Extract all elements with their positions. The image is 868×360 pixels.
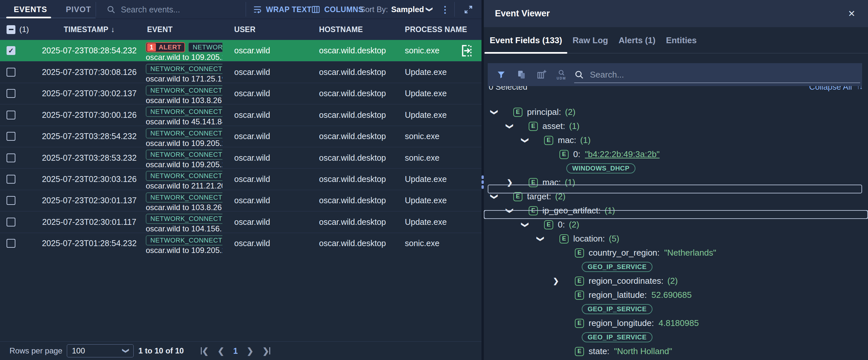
table-row[interactable]: 2025-07-23T01:28:54.232NETWORK_CONNECTIO… [0, 233, 482, 254]
chevron-expanded-icon[interactable]: ❯ [522, 136, 539, 145]
rows-per-page-select[interactable]: 100 ❯ [67, 344, 134, 357]
copy-icon[interactable] [516, 68, 527, 81]
tab-event-fields-133[interactable]: Event Fields (133) [485, 27, 567, 53]
tab-events[interactable]: EVENTS [14, 0, 47, 19]
current-page[interactable]: 1 [233, 346, 238, 356]
table-row[interactable]: 2025-07-23T07:30:02.137NETWORK_CONNECTIO… [0, 83, 482, 104]
tab-pivot[interactable]: PIVOT [66, 0, 91, 19]
table-row[interactable]: ✓2025-07-23T08:28:54.2321ALERTNETWORK_CO… [0, 40, 482, 61]
chevron-expanded-icon[interactable]: ❯ [537, 235, 555, 243]
select-all-checkbox[interactable] [6, 25, 16, 34]
table-row[interactable]: 2025-07-23T03:28:53.232NETWORK_CONNECTIO… [0, 147, 482, 168]
field-value: "Netherlands" [664, 248, 716, 258]
row-checkbox[interactable] [6, 239, 16, 248]
table-row[interactable]: 2025-07-23T03:28:54.232NETWORK_CONNECTIO… [0, 126, 482, 147]
source-tag: GEO_IP_SERVICE [582, 304, 652, 314]
row-select-cell [0, 126, 33, 147]
row-checkbox[interactable]: ✓ [6, 46, 16, 55]
row-checkbox[interactable] [6, 196, 16, 205]
event-type-badge[interactable]: NETWORK_CONNECTION [146, 214, 222, 224]
alert-count: 1 [147, 43, 156, 52]
wrap-text-button[interactable]: WRAP TEXT [253, 0, 312, 19]
entity-badge: E [559, 150, 569, 159]
cell-user: oscar.wild [233, 147, 318, 168]
table-row[interactable]: 2025-07-23T02:30:01.117NETWORK_CONNECTIO… [0, 211, 482, 232]
cell-timestamp: 2025-07-23T02:30:03.126 [33, 168, 146, 190]
chevron-expanded-icon[interactable]: ❯ [491, 192, 509, 201]
event-type-badge[interactable]: NETWORK_CONNECTION [188, 42, 222, 52]
event-type-badge[interactable]: NETWORK_CONNECTION [146, 107, 222, 117]
columns-button[interactable]: COLUMNS [311, 0, 364, 19]
more-options-button[interactable]: ⋮ [440, 0, 450, 19]
cell-hostname: oscar.wild.desktop [318, 62, 404, 83]
cell-user: oscar.wild [233, 211, 318, 232]
field-checkbox[interactable] [484, 210, 868, 219]
events-search-input[interactable]: Search events... [96, 0, 246, 19]
row-checkbox[interactable] [6, 68, 16, 76]
expand-fullscreen-button[interactable] [460, 2, 477, 17]
tree-field-row: ❯Eregion_coordinates:(2) [484, 274, 868, 288]
cell-hostname: oscar.wild.desktop [318, 40, 404, 61]
event-type-badge[interactable]: NETWORK_CONNECTION [146, 64, 222, 74]
event-type-badge[interactable]: NETWORK_CONNECTION [146, 235, 222, 246]
tree-field-row: ❯Elocation:(5) [484, 232, 868, 246]
chevron-expanded-icon[interactable]: ❯ [507, 122, 524, 131]
event-fields-tree: ❯Eprincipal:(2)❯Easset:(1)❯Emac:(1)E0:"b… [484, 105, 868, 358]
row-checkbox[interactable] [6, 218, 16, 226]
table-row[interactable]: 2025-07-23T07:30:08.126NETWORK_CONNECTIO… [0, 61, 482, 83]
select-all-fields-checkbox[interactable] [488, 185, 862, 193]
field-value[interactable]: "b4:22:2b:49:3a:2b" [585, 149, 660, 159]
event-detail: oscar.wild to 109.205.214 [146, 246, 222, 254]
cell-user: oscar.wild [233, 62, 318, 83]
last-page-button[interactable]: ❯ [262, 346, 270, 356]
event-type-badge[interactable]: NETWORK_CONNECTION [146, 128, 222, 138]
cell-timestamp: 2025-07-23T07:30:00.126 [33, 104, 146, 125]
column-header-event[interactable]: EVENT [146, 19, 233, 40]
column-header-hostname[interactable]: HOSTNAME [318, 19, 404, 40]
tree-field-row: Eregion_latitude:52.690685 [484, 288, 868, 302]
previous-page-button[interactable]: ❮ [217, 346, 224, 356]
tree-tag-row: GEO_IP_SERVICE [484, 302, 868, 316]
event-viewer-title: Event Viewer [495, 8, 550, 19]
close-button[interactable]: ✕ [845, 0, 858, 27]
table-row[interactable]: 2025-07-23T07:30:00.126NETWORK_CONNECTIO… [0, 104, 482, 125]
event-type-badge[interactable]: NETWORK_CONNECTION [146, 192, 222, 203]
next-page-button[interactable]: ❯ [247, 346, 253, 356]
fields-search-input[interactable]: Search... [574, 63, 862, 86]
row-checkbox[interactable] [6, 89, 16, 98]
first-page-button[interactable]: ❮ [201, 346, 209, 356]
sort-by-label: Sort By: [360, 5, 388, 14]
row-checkbox[interactable] [6, 175, 16, 184]
event-type-badge[interactable]: NETWORK_CONNECTION [146, 86, 222, 96]
event-type-badge[interactable]: NETWORK_CONNECTION [146, 171, 222, 181]
alert-badge[interactable]: 1ALERT [146, 42, 185, 52]
column-header-process-name[interactable]: PROCESS NAME [404, 19, 482, 40]
tab-entities[interactable]: Entities [661, 27, 702, 53]
tab-alerts-1[interactable]: Alerts (1) [613, 27, 661, 53]
sort-by-dropdown[interactable]: Sort By: Sampled ❯ [360, 0, 433, 19]
event-type-badge[interactable]: NETWORK_CONNECTION [146, 150, 222, 160]
add-column-icon[interactable] [536, 68, 547, 81]
tab-raw-log[interactable]: Raw Log [567, 27, 613, 53]
table-row[interactable]: 2025-07-23T02:30:01.137NETWORK_CONNECTIO… [0, 190, 482, 211]
row-checkbox[interactable] [6, 154, 16, 162]
event-detail: oscar.wild to 171.25.193. [146, 74, 222, 83]
row-checkbox[interactable] [6, 110, 16, 120]
filter-icon[interactable] [496, 68, 507, 81]
cell-event: NETWORK_CONNECTIONoscar.wild to 109.205.… [146, 233, 233, 254]
chevron-expanded-icon[interactable]: ❯ [491, 108, 509, 117]
event-badges: NETWORK_CONNECTION [146, 64, 222, 74]
table-row[interactable]: 2025-07-23T02:30:03.126NETWORK_CONNECTIO… [0, 168, 482, 190]
chevron-collapsed-icon[interactable]: ❯ [553, 277, 570, 285]
udm-search-icon[interactable]: UDM [556, 68, 567, 81]
event-detail: oscar.wild to 103.8.26.10 [146, 203, 222, 211]
column-header-timestamp[interactable]: TIMESTAMP↓ [33, 19, 146, 40]
open-in-investigation-button[interactable] [459, 43, 474, 58]
entity-badge: E [575, 276, 584, 286]
panel-resize-handle[interactable] [482, 175, 484, 189]
row-checkbox[interactable] [6, 132, 16, 141]
chevron-expanded-icon[interactable]: ❯ [522, 221, 539, 229]
source-tag: GEO_IP_SERVICE [582, 262, 652, 272]
cell-event: NETWORK_CONNECTIONoscar.wild to 104.156.… [146, 211, 233, 232]
column-header-user[interactable]: USER [233, 19, 318, 40]
